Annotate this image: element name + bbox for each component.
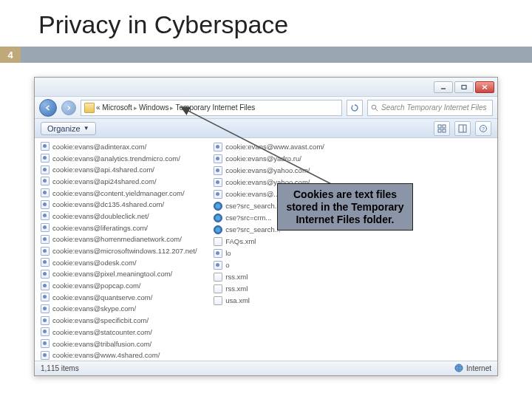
cookie-file-icon [41, 282, 50, 290]
accent-fill [21, 47, 532, 63]
cookie-file-icon [41, 211, 50, 220]
file-item[interactable]: cookie:evans@dc135.4shared.com/ [41, 199, 214, 210]
file-item[interactable]: cookie:evans@quantserve.com/ [41, 292, 214, 303]
cookie-file-icon [41, 223, 50, 232]
back-button[interactable] [39, 99, 57, 117]
window-titlebar [35, 78, 497, 97]
file-item[interactable]: cookie:evans@doubleclick.net/ [41, 211, 214, 222]
file-name: cookie:evans@liferatings.com/ [52, 224, 148, 232]
svg-text:?: ? [482, 126, 485, 132]
slide-title: Privacy in Cyberspace [0, 0, 532, 47]
file-item[interactable]: FAQs.xml [214, 236, 349, 247]
cookie-file-icon [41, 316, 50, 325]
file-item[interactable]: cookie:evans@liferatings.com/ [41, 222, 214, 233]
status-bar: 1,115 items Internet [35, 361, 497, 375]
file-detail [350, 141, 497, 152]
cookie-file-icon [41, 247, 50, 256]
file-item[interactable]: cookie:evans@tribalfusion.com/ [41, 338, 214, 349]
svg-rect-1 [462, 85, 466, 89]
view-icons-button[interactable] [434, 121, 450, 136]
file-name: FAQs.xml [225, 237, 256, 245]
ie-icon [214, 202, 222, 211]
file-item[interactable]: cookie:evans@www.4shared.com/ [41, 349, 214, 361]
file-item[interactable]: o [214, 259, 349, 270]
status-zone: Internet [454, 364, 491, 374]
ie-icon [214, 214, 222, 222]
file-item[interactable]: cookie:evans@horrenmedianetwork.com/ [41, 234, 214, 245]
file-name: cookie:evans@dc135.4shared.com/ [52, 200, 164, 208]
svg-rect-5 [443, 125, 446, 128]
file-column: ar-&se_Google+Seh&clientz=pub_123173432/… [350, 141, 497, 361]
callout-box: Cookies are text files stored in the Tem… [277, 183, 413, 231]
file-name: lo [225, 249, 231, 257]
file-name: usa.xml [225, 296, 250, 304]
chevron-right-icon: ▸ [134, 104, 137, 112]
file-name: cookie:evans@adinterax.com/ [52, 143, 146, 151]
internet-icon [454, 364, 463, 374]
organize-label: Organize [47, 124, 81, 133]
cookie-file-icon [41, 293, 50, 301]
svg-line-15 [183, 108, 340, 188]
close-button[interactable] [475, 81, 494, 93]
cookie-file-icon [41, 351, 50, 360]
file-name: cookie:evans@popcap.com/ [52, 282, 141, 290]
forward-button[interactable] [61, 100, 76, 115]
cookie-file-icon [41, 258, 50, 267]
file-name: cookie:evans@statcounter.com/ [52, 328, 152, 336]
organize-button[interactable]: Organize ▼ [41, 122, 96, 135]
file-item[interactable]: usa.xml [214, 295, 349, 306]
file-item[interactable]: rss.xml [214, 283, 349, 294]
file-name: cookie:evans@quantserve.com/ [52, 293, 152, 301]
xml-file-icon [214, 284, 222, 293]
file-name: rss.xml [225, 284, 248, 293]
breadcrumb-seg: Windows [139, 103, 169, 112]
maximize-button[interactable] [454, 81, 474, 93]
accent-bar: 4 [0, 47, 532, 63]
svg-rect-8 [459, 125, 466, 132]
callout-text: Cookies are text files stored in the Tem… [286, 188, 403, 225]
file-item[interactable]: cookie:evans@statcounter.com/ [41, 327, 214, 338]
file-item[interactable]: cookie:evans@popcap.com/ [41, 280, 214, 291]
file-detail [350, 153, 497, 164]
file-name: cookie:evans@specificbit.com/ [52, 316, 149, 324]
file-name: cookie:evans@pixel.meaningtool.com/ [52, 270, 172, 278]
search-input[interactable]: Search Temporary Internet Files [367, 100, 493, 116]
xml-file-icon [214, 296, 222, 305]
file-name: rss.xml [225, 273, 248, 281]
file-item[interactable]: cookie:evans@odesk.com/ [41, 257, 214, 268]
folder-icon [84, 103, 95, 113]
file-item[interactable]: cookie:evans@pixel.meaningtool.com/ [41, 269, 214, 280]
ie-icon [214, 225, 222, 234]
file-name: cookie:evans@odesk.com/ [52, 259, 137, 267]
file-name: cookie:evans@api.4shared.com/ [52, 166, 154, 174]
preview-pane-button[interactable] [454, 121, 471, 136]
file-item[interactable]: rss.xml [214, 271, 349, 282]
cookie-file-icon [41, 177, 50, 185]
slide-number: 4 [0, 47, 21, 63]
cookie-file-icon [214, 261, 222, 270]
help-button[interactable]: ? [475, 121, 491, 136]
file-name: cse?src=crm... [225, 214, 271, 222]
search-icon [371, 104, 378, 112]
file-name: cookie:evans@microsoftwindows.112.207.ne… [52, 247, 197, 255]
minimize-button[interactable] [434, 81, 453, 93]
xml-file-icon [214, 273, 222, 282]
file-name: o [225, 261, 229, 269]
chevron-down-icon: ▼ [83, 125, 89, 132]
cookie-file-icon [41, 235, 50, 244]
cookie-file-icon [41, 339, 50, 348]
file-detail [350, 165, 497, 176]
svg-line-3 [375, 109, 378, 111]
xml-file-icon [214, 237, 222, 246]
breadcrumb-seg: « Microsoft [96, 103, 132, 112]
file-item[interactable]: cookie:evans@specificbit.com/ [41, 315, 214, 326]
cookie-file-icon [41, 154, 50, 163]
svg-point-2 [372, 105, 376, 109]
status-item-count: 1,115 items [41, 364, 454, 372]
search-placeholder: Search Temporary Internet Files [381, 103, 486, 112]
file-name: cse?src_search... [225, 225, 280, 233]
file-item[interactable]: cookie:evans@microsoftwindows.112.207.ne… [41, 245, 214, 256]
file-item[interactable]: cookie:evans@skype.com/ [41, 304, 214, 315]
file-item[interactable]: lo [214, 248, 349, 259]
cookie-file-icon [41, 304, 50, 313]
